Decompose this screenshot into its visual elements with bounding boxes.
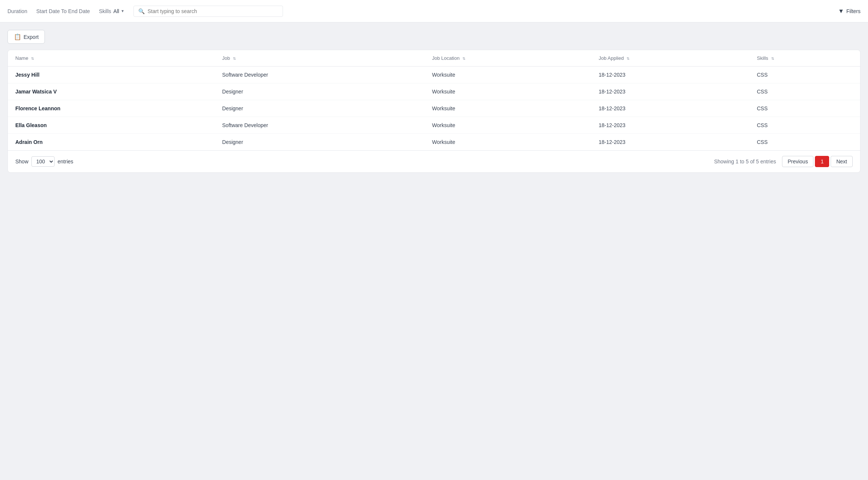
cell-job-location: Worksuite: [425, 134, 591, 151]
page-1-button[interactable]: 1: [815, 156, 829, 167]
col-job-applied[interactable]: Job Applied ⇅: [591, 50, 749, 67]
cell-job: Designer: [215, 100, 424, 117]
cell-name: Ella Gleason: [8, 117, 215, 134]
cell-job-applied: 18-12-2023: [591, 134, 749, 151]
col-job-location[interactable]: Job Location ⇅: [425, 50, 591, 67]
pagination: Showing 1 to 5 of 5 entries Previous 1 N…: [714, 156, 853, 167]
search-container: 🔍: [133, 6, 283, 17]
sort-icon-job-applied: ⇅: [627, 56, 630, 61]
cell-job-applied: 18-12-2023: [591, 100, 749, 117]
content-area: 📋 Export Name ⇅ Job ⇅ Job Location ⇅: [0, 22, 868, 180]
skills-value: All: [113, 8, 119, 14]
top-bar: Duration Start Date To End Date Skills A…: [0, 0, 868, 22]
skills-filter: Skills All ▼: [99, 8, 124, 14]
search-input[interactable]: [148, 8, 278, 14]
date-range-filter[interactable]: Start Date To End Date: [36, 8, 90, 14]
cell-job-location: Worksuite: [425, 67, 591, 83]
cell-name: Adrain Orn: [8, 134, 215, 151]
filters-label: Filters: [846, 8, 861, 14]
entries-select[interactable]: 100 25 50: [31, 156, 55, 167]
cell-skills: CSS: [750, 67, 860, 83]
table-container: Name ⇅ Job ⇅ Job Location ⇅ Job Applied …: [7, 50, 861, 173]
next-button[interactable]: Next: [831, 156, 853, 167]
cell-job: Designer: [215, 83, 424, 100]
skills-dropdown[interactable]: All ▼: [113, 8, 124, 14]
cell-skills: CSS: [750, 134, 860, 151]
cell-name: Florence Leannon: [8, 100, 215, 117]
table-footer: Show 100 25 50 entries Showing 1 to 5 of…: [8, 150, 860, 172]
cell-name: Jessy Hill: [8, 67, 215, 83]
entries-label: entries: [58, 159, 73, 164]
cell-job-applied: 18-12-2023: [591, 67, 749, 83]
cell-job-applied: 18-12-2023: [591, 117, 749, 134]
sort-icon-job: ⇅: [233, 56, 236, 61]
sort-icon-job-location: ⇅: [462, 56, 465, 61]
search-icon: 🔍: [138, 8, 145, 14]
previous-button[interactable]: Previous: [782, 156, 813, 167]
pagination-controls: Previous 1 Next: [782, 156, 853, 167]
cell-name: Jamar Watsica V: [8, 83, 215, 100]
header-row: Name ⇅ Job ⇅ Job Location ⇅ Job Applied …: [8, 50, 860, 67]
table-row[interactable]: Adrain Orn Designer Worksuite 18-12-2023…: [8, 134, 860, 151]
show-label: Show: [15, 159, 28, 164]
sort-icon-skills: ⇅: [771, 56, 774, 61]
cell-job: Software Developer: [215, 67, 424, 83]
table-row[interactable]: Ella Gleason Software Developer Worksuit…: [8, 117, 860, 134]
cell-job-location: Worksuite: [425, 83, 591, 100]
cell-job-location: Worksuite: [425, 100, 591, 117]
col-name[interactable]: Name ⇅: [8, 50, 215, 67]
data-table: Name ⇅ Job ⇅ Job Location ⇅ Job Applied …: [8, 50, 860, 150]
table-row[interactable]: Florence Leannon Designer Worksuite 18-1…: [8, 100, 860, 117]
skills-label: Skills: [99, 8, 111, 14]
duration-filter[interactable]: Duration: [7, 8, 27, 14]
cell-skills: CSS: [750, 117, 860, 134]
export-button[interactable]: 📋 Export: [7, 30, 45, 44]
cell-skills: CSS: [750, 83, 860, 100]
cell-job-location: Worksuite: [425, 117, 591, 134]
export-label: Export: [24, 34, 39, 40]
table-row[interactable]: Jamar Watsica V Designer Worksuite 18-12…: [8, 83, 860, 100]
cell-job-applied: 18-12-2023: [591, 83, 749, 100]
col-job[interactable]: Job ⇅: [215, 50, 424, 67]
table-body: Jessy Hill Software Developer Worksuite …: [8, 67, 860, 151]
show-entries: Show 100 25 50 entries: [15, 156, 73, 167]
cell-skills: CSS: [750, 100, 860, 117]
table-header: Name ⇅ Job ⇅ Job Location ⇅ Job Applied …: [8, 50, 860, 67]
filter-icon: ▼: [838, 8, 844, 15]
showing-text: Showing 1 to 5 of 5 entries: [714, 159, 776, 164]
sort-icon-name: ⇅: [31, 56, 34, 61]
filters-button[interactable]: ▼ Filters: [838, 8, 861, 15]
table-row[interactable]: Jessy Hill Software Developer Worksuite …: [8, 67, 860, 83]
cell-job: Software Developer: [215, 117, 424, 134]
chevron-down-icon: ▼: [121, 9, 124, 13]
export-icon: 📋: [14, 33, 21, 40]
cell-job: Designer: [215, 134, 424, 151]
col-skills[interactable]: Skills ⇅: [750, 50, 860, 67]
